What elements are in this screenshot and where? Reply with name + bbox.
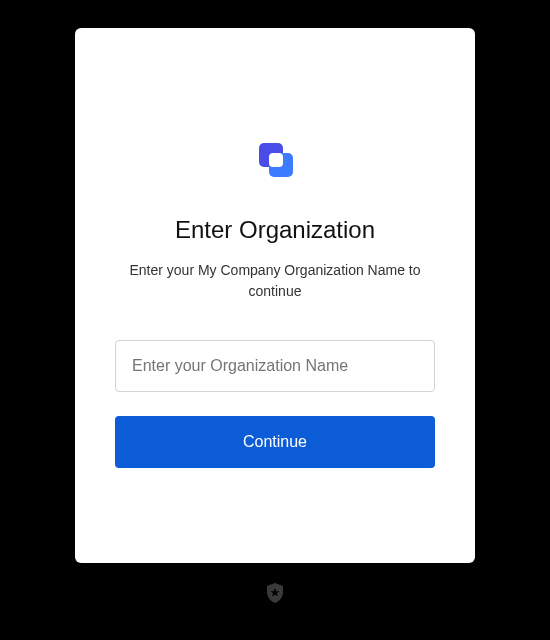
- page-title: Enter Organization: [175, 216, 375, 244]
- footer-badge: [266, 583, 284, 603]
- logo: [251, 136, 299, 188]
- logo-icon: [251, 136, 299, 184]
- page-subtitle: Enter your My Company Organization Name …: [125, 260, 425, 302]
- svg-rect-2: [269, 153, 283, 167]
- shield-star-icon: [266, 583, 284, 603]
- organization-input[interactable]: [115, 340, 435, 392]
- continue-button[interactable]: Continue: [115, 416, 435, 468]
- organization-card: Enter Organization Enter your My Company…: [75, 28, 475, 563]
